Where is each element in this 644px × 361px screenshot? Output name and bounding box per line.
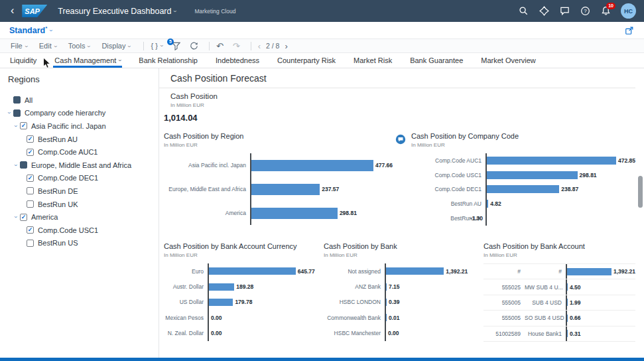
tree-item[interactable]: BestRun AU [0, 133, 159, 146]
tab-label: Cash Management [54, 56, 116, 64]
bar-value: 7.15 [389, 283, 400, 290]
bar-track: -1.30 [485, 211, 635, 226]
variant-selector[interactable]: Standard* [9, 25, 47, 35]
checkbox[interactable] [20, 122, 27, 129]
bar[interactable] [567, 315, 568, 322]
menu-tools[interactable]: Tools [68, 42, 90, 50]
bar-label: MW SUB 4 U... [525, 284, 566, 291]
bottom-accent-bar [0, 358, 644, 361]
tree-item[interactable]: BestRun UK [0, 198, 159, 211]
bar[interactable] [567, 283, 568, 291]
checkbox[interactable] [13, 96, 21, 104]
help-icon[interactable]: ? [580, 6, 590, 17]
checkbox[interactable] [27, 187, 34, 194]
tab-market-overview[interactable]: Market Overview [481, 53, 536, 68]
checkbox[interactable] [27, 240, 34, 247]
back-button[interactable]: ‹ [11, 5, 14, 17]
app-title[interactable]: Treasury Executive Dashboard [58, 7, 171, 16]
checkbox[interactable] [20, 161, 27, 169]
bar[interactable] [567, 268, 612, 275]
bar[interactable] [251, 208, 338, 219]
tree-item[interactable]: All [0, 94, 159, 107]
bar[interactable] [386, 299, 387, 306]
checkbox[interactable] [13, 109, 21, 117]
checkbox[interactable] [27, 175, 34, 182]
bar[interactable] [209, 283, 234, 291]
menu-display[interactable]: Display [101, 42, 130, 50]
chat-icon[interactable] [559, 6, 570, 17]
tree-item[interactable]: Comp.Code USC1 [0, 224, 159, 237]
checkbox[interactable] [27, 200, 34, 208]
checkbox[interactable] [27, 226, 34, 234]
chart-row: America298.81 [164, 201, 393, 225]
chevron-down-icon[interactable] [11, 123, 20, 129]
tab-counterparty-risk[interactable]: Counterparty Risk [277, 53, 336, 68]
bar[interactable] [209, 299, 233, 306]
bar[interactable] [386, 314, 387, 321]
redo-button[interactable]: ↷ [233, 42, 240, 50]
open-in-new-window-icon[interactable] [624, 25, 635, 36]
kpi-cash-position[interactable]: Cash Position In Million EUR 1,014.04 [164, 92, 218, 123]
previous-page-icon[interactable]: ‹ [258, 41, 261, 51]
bar[interactable] [567, 299, 568, 306]
notifications-bell-icon[interactable]: 10 [600, 6, 611, 17]
tab-cash-management[interactable]: Cash Management [54, 53, 121, 68]
chevron-down-icon [25, 43, 27, 50]
chart-plot: Comp.Code AUC1472.85Comp.Code USC1298.81… [411, 153, 635, 226]
tab-liquidity[interactable]: Liquidity [10, 53, 36, 68]
tab-bank-guarantee[interactable]: Bank Guarantee [410, 53, 463, 68]
tab-bank-relationship[interactable]: Bank Relationship [139, 53, 198, 68]
menu-file[interactable]: File [11, 42, 27, 50]
chevron-down-icon[interactable] [11, 162, 20, 169]
filter-icon[interactable]: 5 [172, 42, 180, 50]
tree-item[interactable]: America [0, 210, 159, 224]
expression-editor-button[interactable]: { } [151, 42, 162, 50]
chart-row: Europe, Middle East and Africa237.57 [164, 177, 393, 201]
bar[interactable] [487, 185, 559, 193]
scrollbar[interactable] [638, 176, 643, 208]
avatar[interactable]: HC [621, 3, 636, 19]
chevron-down-icon[interactable] [11, 214, 20, 220]
search-icon[interactable] [518, 6, 529, 17]
chevron-down-icon[interactable] [4, 109, 13, 116]
bar[interactable] [386, 283, 387, 291]
tab-label: Indebtedness [216, 56, 259, 64]
bar[interactable] [487, 171, 578, 179]
tree-item[interactable]: BestRun DE [0, 184, 159, 198]
chart-row: US Dollar179.78 [164, 295, 320, 310]
next-page-icon[interactable]: › [285, 41, 287, 51]
undo-button[interactable]: ↶ [216, 42, 224, 50]
bar-track: 4.82 [485, 196, 635, 211]
refresh-icon[interactable] [190, 42, 198, 50]
tree-item[interactable]: Europe, Middle East and Africa [0, 159, 159, 172]
bar[interactable] [386, 267, 444, 275]
chart-row: Comp.Code AUC1472.85 [411, 153, 635, 168]
chart-row: Austr. Dollar189.28 [164, 279, 320, 294]
tab-indebtedness[interactable]: Indebtedness [216, 53, 259, 68]
checkbox[interactable] [27, 149, 34, 156]
tab-label: Liquidity [10, 56, 36, 64]
chevron-down-icon[interactable] [50, 27, 52, 34]
checkbox[interactable] [20, 214, 27, 221]
bar-track: 189.28 [208, 279, 320, 294]
tree-item[interactable]: Comp.Code DEC1 [0, 172, 159, 185]
bar[interactable] [251, 160, 373, 171]
tree-item-label: Company code hierarchy [25, 109, 105, 117]
checkbox[interactable] [27, 135, 34, 143]
bar[interactable] [567, 330, 568, 337]
tab-market-risk[interactable]: Market Risk [354, 53, 392, 68]
bar[interactable] [487, 200, 488, 208]
comment-icon[interactable] [395, 134, 406, 147]
bar[interactable] [487, 157, 616, 165]
chevron-down-icon[interactable] [174, 8, 176, 15]
bar-track: 477.66 [250, 153, 393, 177]
tree-item[interactable]: BestRun US [0, 237, 159, 250]
copilot-icon[interactable] [539, 6, 549, 17]
menu-edit[interactable]: Edit [39, 42, 56, 50]
tree-item[interactable]: Company code hierarchy [0, 107, 159, 120]
toolbar-separator [251, 42, 251, 50]
tree-item[interactable]: Comp.Code AUC1 [0, 145, 159, 159]
bar[interactable] [209, 267, 296, 275]
tree-item[interactable]: Asia Pacific incl. Japan [0, 119, 159, 133]
bar[interactable] [251, 184, 320, 195]
